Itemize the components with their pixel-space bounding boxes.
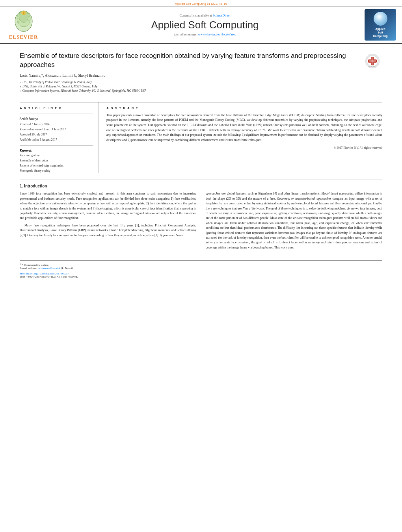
intro-left-text: Since 1960 face recognition has been ext… xyxy=(20,191,196,238)
svg-rect-15 xyxy=(369,60,376,62)
affiliation-a: a DEI, University of Padua, viale Graden… xyxy=(20,80,359,84)
intro-text-columns: Since 1960 face recognition has been ext… xyxy=(20,191,382,252)
intro-heading: 1. Introduction xyxy=(20,184,382,188)
main-content: Ensemble of texture descriptors for face… xyxy=(0,44,402,286)
introduction-section: 1. Introduction Since 1960 face recognit… xyxy=(20,180,382,252)
journal-title: Applied Soft Computing xyxy=(151,19,259,31)
journal-header: ELSEVIER Contents lists available at Sci… xyxy=(0,7,402,44)
info-abstract-section: A R T I C L E I N F O Article history: R… xyxy=(20,102,382,174)
keywords-label: Keywords: xyxy=(20,149,93,152)
authors: Loris Nanni a,*, Alessandra Lumini b, Sh… xyxy=(20,74,359,78)
email-link[interactable]: loris.nanni@unipd.it xyxy=(38,267,61,270)
affiliation-c: c Computer Information Systems, Missouri… xyxy=(20,89,359,93)
authors-text: Loris Nanni a,*, Alessandra Lumini b, Sh… xyxy=(20,74,105,78)
article-info-col: A R T I C L E I N F O Article history: R… xyxy=(20,102,99,174)
copyright: © 2017 Elsevier B.V. All rights reserved… xyxy=(106,146,382,150)
svg-rect-5 xyxy=(23,11,24,15)
abstract-heading: A B S T R A C T xyxy=(106,106,382,110)
intro-right-text: approaches use global features, such as … xyxy=(206,191,382,250)
keywords-list: Face recognition Ensemble of descriptors… xyxy=(20,153,93,173)
crossmark-box[interactable]: CrossMark xyxy=(363,52,382,69)
journal-homepage: journal homepage: www.elsevier.com/locat… xyxy=(174,33,236,36)
abstract-text: This paper presents a novel ensemble of … xyxy=(106,113,382,143)
elsevier-tree-icon xyxy=(10,9,37,33)
svg-point-7 xyxy=(28,20,30,21)
email-label: E-mail address: xyxy=(20,267,37,270)
affiliations: a DEI, University of Padua, viale Graden… xyxy=(20,80,359,93)
affiliation-b: b DISI, Università di Bologna, Via Sacch… xyxy=(20,84,359,89)
applied-soft-logo: AppliedSoftComputing xyxy=(365,9,396,41)
article-title: Ensemble of texture descriptors for face… xyxy=(20,52,359,70)
doi-link[interactable]: http://dx.doi.org/10.1016/j.asoc.2017.07… xyxy=(20,272,69,275)
article-header: Ensemble of texture descriptors for face… xyxy=(20,52,382,97)
footnotes: * * Corresponding author. E-mail address… xyxy=(20,260,382,278)
article-history: Article history: Received 7 January 2014… xyxy=(20,117,93,143)
sciencedirect-link[interactable]: ScienceDirect xyxy=(213,14,231,17)
contents-line: Contents lists available at ScienceDirec… xyxy=(180,14,231,17)
corresponding-label: * Corresponding author. xyxy=(22,263,49,267)
crossmark-icon: CrossMark xyxy=(365,54,380,69)
intro-left-col: Since 1960 face recognition has been ext… xyxy=(20,191,196,252)
journal-ref: Applied Soft Computing 61 (2017) 8–16 xyxy=(175,2,227,6)
keyword-3: Monogenic binary coding xyxy=(20,169,93,174)
homepage-url[interactable]: www.elsevier.com/locate/asoc xyxy=(198,33,236,36)
email-suffix: (L. Nanni). xyxy=(61,267,73,270)
keywords-section: Keywords: Face recognition Ensemble of d… xyxy=(20,149,93,173)
svg-point-6 xyxy=(18,21,19,23)
history-item-3: Available online 1 August 2017 xyxy=(20,137,93,143)
journal-logo-box: AppliedSoftComputing xyxy=(363,9,398,41)
applied-soft-label: AppliedSoftComputing xyxy=(373,27,388,38)
history-item-1: Received in revised form 14 June 2017 xyxy=(20,127,93,132)
article-info-heading: A R T I C L E I N F O xyxy=(20,106,93,110)
affiliation-a-text: DEI, University of Padua, viale Gradenig… xyxy=(22,80,92,84)
affiliation-b-text: DISI, Università di Bologna, Via Sacchi … xyxy=(22,84,97,89)
svg-text:CrossMark: CrossMark xyxy=(368,66,376,68)
history-item-2: Accepted 29 July 2017 xyxy=(20,132,93,137)
history-label: Article history: xyxy=(20,117,93,122)
issn-text: 1568-4946/© 2017 Elsevier B.V. All right… xyxy=(20,275,78,278)
affiliation-c-text: Computer Information Systems, Missouri S… xyxy=(22,89,147,93)
top-bar: Applied Soft Computing 61 (2017) 8–16 xyxy=(0,0,402,7)
keyword-1: Ensemble of descriptors xyxy=(20,158,93,163)
history-item-0: Received 7 January 2014 xyxy=(20,122,93,127)
logo-orb xyxy=(374,12,387,26)
doi-section: http://dx.doi.org/10.1016/j.asoc.2017.07… xyxy=(20,272,382,278)
svg-point-8 xyxy=(17,18,18,19)
svg-point-9 xyxy=(29,16,30,17)
keyword-2: Patterns of oriented edge magnitudes xyxy=(20,163,93,169)
abstract-col: A B S T R A C T This paper presents a no… xyxy=(106,102,382,174)
footnote-email: E-mail address: loris.nanni@unipd.it (L.… xyxy=(20,267,382,270)
article-title-block: Ensemble of texture descriptors for face… xyxy=(20,52,359,97)
journal-center: Contents lists available at ScienceDirec… xyxy=(51,9,359,41)
footnote-corresponding: * * Corresponding author. xyxy=(20,263,382,267)
intro-right-col: approaches use global features, such as … xyxy=(206,191,382,252)
keyword-0: Face recognition xyxy=(20,153,93,158)
elsevier-logo: ELSEVIER xyxy=(4,9,47,41)
elsevier-wordmark: ELSEVIER xyxy=(9,34,38,40)
